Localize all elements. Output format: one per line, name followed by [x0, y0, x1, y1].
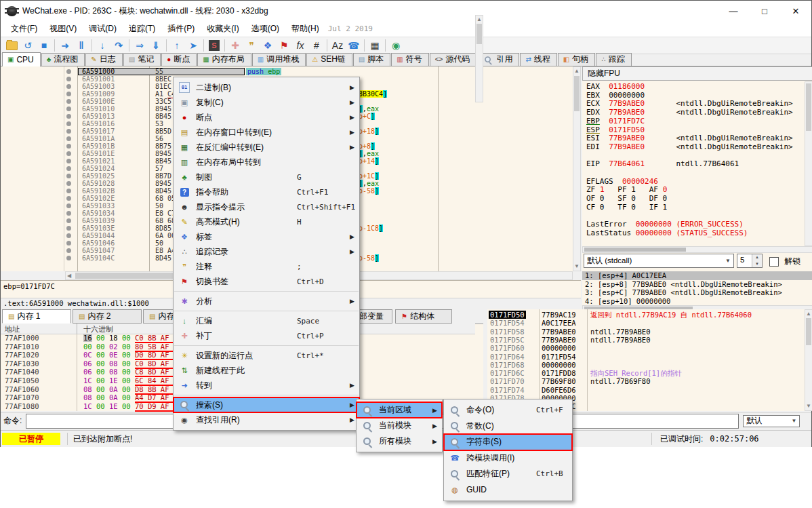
command-profile-select[interactable]: 默认 ▼ [743, 415, 800, 427]
stack-row[interactable]: 0171FD6C0171FDD8指向SEH_Record[1]的指针 [487, 369, 812, 377]
breakpoint-dot-icon[interactable] [66, 233, 71, 238]
menu-item-follow-in-memory-map[interactable]: ▥在内存布局中转到 [174, 155, 359, 170]
tab-script[interactable]: ▤脚本 [353, 53, 390, 66]
menu-item-show-mnemonic-brief[interactable]: ☻显示指令提示Ctrl+Shift+F1 [174, 199, 359, 214]
breakpoint-dot-icon[interactable] [66, 92, 71, 96]
scrollbar-thumb[interactable] [806, 318, 811, 345]
scrollbar-thumb[interactable] [584, 248, 686, 252]
scroll-up-icon[interactable]: ▲ [573, 68, 580, 75]
stepper-arrows[interactable]: ▲▼ [752, 254, 762, 267]
menubar-item-4[interactable]: 插件(P) [161, 21, 201, 37]
stack-row[interactable]: 0171FD5077B9AC19返回到 ntdll.77B9AC19 自 ntd… [487, 311, 812, 319]
menubar-item-6[interactable]: 选项(O) [245, 21, 285, 37]
toolbar-pause-icon[interactable]: ‖ [73, 39, 89, 52]
stack-vscrollbar[interactable]: ▲ ▼ [805, 309, 812, 411]
toolbar-patch-icon[interactable]: ✚ [227, 39, 243, 52]
menu-item-toggle-bookmark[interactable]: ⚑切换书签Ctrl+D [174, 274, 359, 289]
menu-item-copy[interactable]: ▣复制(C)▶ [174, 95, 359, 110]
tab-references[interactable]: 引用 [477, 53, 519, 66]
menu-item-follow-in-disassembly[interactable]: ▦在反汇编中转到(E)▶ [174, 140, 359, 155]
stack-row[interactable]: 0171FD5877B9ABE0ntdll.77B9ABE0 [487, 328, 812, 336]
memory-vscrollbar[interactable]: ▲ [475, 15, 483, 102]
argument-row[interactable]: 3: [esp+C] 77B9ABE0 <ntdll.DbgUiRemoteBr… [582, 288, 812, 297]
stack-row[interactable]: 0171FD7077B69F80ntdll.77B69F80 [487, 377, 812, 385]
breakpoint-dot-icon[interactable] [66, 166, 71, 171]
menubar-item-0[interactable]: 文件(F) [5, 21, 43, 37]
scroll-up-icon[interactable]: ▲ [805, 311, 812, 317]
tab-source[interactable]: <>源代码 [430, 53, 477, 66]
close-button[interactable]: ✕ [780, 1, 811, 21]
register-line[interactable]: LastStatus 00000000 (STATUS_SUCCESS) [586, 229, 803, 238]
scroll-down-icon[interactable]: ▼ [805, 403, 812, 410]
tab-memory-map[interactable]: ▦内存布局 [197, 53, 251, 66]
argument-row[interactable]: 2: [esp+8] 77B9ABE0 <ntdll.DbgUiRemoteBr… [582, 280, 812, 289]
arg-count-stepper[interactable]: 5 ▲▼ [737, 254, 763, 268]
breakpoint-dot-icon[interactable] [66, 218, 71, 223]
toolbar-function-icon[interactable]: fx [292, 39, 308, 52]
tab-breakpoints[interactable]: ●断点 [161, 53, 197, 66]
register-line[interactable]: EIP 77B64061 ntdll.77B64061 [586, 160, 803, 169]
toolbar-label-icon[interactable]: ❖ [260, 39, 276, 52]
menu-item-string-references[interactable]: 字符串(S) [444, 434, 572, 450]
scrollbar-thumb[interactable] [806, 83, 811, 131]
toolbar-intermodular-calls-icon[interactable]: ☎ [346, 39, 362, 52]
breakpoint-dot-icon[interactable] [66, 136, 71, 141]
menu-item-search[interactable]: 搜索(S)▶ [174, 397, 359, 412]
scrollbar-thumb[interactable] [476, 24, 482, 44]
toolbar-bookmark-icon[interactable]: ⚑ [276, 39, 292, 52]
register-line[interactable]: CF 0 TF 0 IF 1 [586, 203, 803, 212]
tab-symbols[interactable]: ▥符号 [391, 53, 428, 66]
toolbar-step-over-icon[interactable]: ↷ [110, 39, 127, 52]
hide-fpu-button[interactable]: 隐藏FPU [582, 66, 812, 81]
toolbar-restart-icon[interactable]: ↺ [20, 39, 36, 52]
breakpoint-dot-icon[interactable] [66, 77, 71, 81]
scroll-up-icon[interactable]: ▲ [476, 16, 483, 23]
breakpoint-dot-icon[interactable] [66, 241, 71, 246]
breakpoint-dot-icon[interactable] [66, 248, 71, 253]
toolbar-script-s-icon[interactable]: S [206, 39, 222, 52]
breakpoint-dot-icon[interactable] [66, 69, 71, 74]
tab-call-stack[interactable]: ▥调用堆栈 [252, 53, 306, 66]
scroll-down-icon[interactable]: ▼ [573, 263, 580, 270]
breakpoint-dot-icon[interactable] [66, 256, 71, 260]
tab-seh[interactable]: ⚠SEH链 [306, 53, 352, 66]
arguments-panel[interactable]: 1: [esp+4] A0C17EEA2: [esp+8] 77B9ABE0 <… [582, 271, 812, 305]
stack-row[interactable]: 0171FD74D60FE6D6 [487, 386, 812, 394]
menu-item-patch[interactable]: ✚补丁Ctrl+P [174, 328, 359, 343]
registers-hscrollbar[interactable] [582, 246, 812, 253]
stack-row[interactable]: 0171FD640171FD54 [487, 353, 812, 361]
tab-handles[interactable]: ◧句柄 [558, 53, 595, 66]
toolbar-step-into-icon[interactable]: ↓ [94, 39, 110, 52]
menu-item-comment[interactable]: ❞注释; [174, 259, 359, 274]
tab-threads[interactable]: ⇄线程 [520, 53, 556, 66]
stepper-down-icon[interactable]: ▼ [752, 261, 762, 268]
registers-vscrollbar[interactable] [805, 81, 812, 246]
stack-row[interactable]: 0171FD6000000000 [487, 344, 812, 352]
menu-item-intermodular-calls[interactable]: ☎跨模块调用(I) [444, 450, 572, 467]
breakpoint-dot-icon[interactable] [66, 181, 71, 186]
menu-item-current-module[interactable]: 当前模块▶ [357, 418, 442, 433]
menu-item-guid[interactable]: ◍GUID [444, 482, 572, 499]
menubar-item-5[interactable]: 收藏夹(I) [201, 21, 245, 37]
breakpoint-dot-icon[interactable] [66, 189, 71, 193]
menubar-item-3[interactable]: 追踪(T) [123, 21, 161, 37]
toolbar-run-to-selection-icon[interactable]: ⇒ [131, 39, 148, 52]
argument-row[interactable]: 4: [esp+10] 00000000 [582, 297, 812, 306]
menu-item-assemble[interactable]: ↓汇编Space [174, 313, 359, 328]
menu-item-constant[interactable]: 常数(C) [444, 418, 572, 435]
menubar-item-2[interactable]: 调试(D) [83, 21, 123, 37]
menu-item-current-region[interactable]: 当前区域▶ [357, 402, 442, 418]
toolbar-open-file-icon[interactable] [3, 39, 20, 52]
stack-row[interactable]: 0171FD5C77B9ABE0ntdll.77B9ABE0 [487, 336, 812, 344]
breakpoint-dot-icon[interactable] [66, 121, 71, 126]
menu-item-breakpoint[interactable]: ●断点▶ [174, 110, 359, 125]
calling-convention-select[interactable]: 默认 (stdcall) ▼ [584, 254, 734, 268]
stepper-up-icon[interactable]: ▲ [752, 254, 762, 261]
toolbar-close-icon[interactable]: ■ [36, 39, 52, 52]
menu-item-label[interactable]: ❖标签▶ [174, 229, 359, 244]
toolbar-run-icon[interactable]: ➜ [57, 39, 73, 52]
stack-panel[interactable]: 0171FD5077B9AC19返回到 ntdll.77B9AC19 自 ntd… [487, 309, 812, 411]
toolbar-execute-till-return-icon[interactable]: ⇓ [148, 39, 164, 52]
breakpoint-dot-icon[interactable] [66, 114, 71, 119]
tab-memory-2[interactable]: ▤内存 2 [73, 309, 142, 324]
